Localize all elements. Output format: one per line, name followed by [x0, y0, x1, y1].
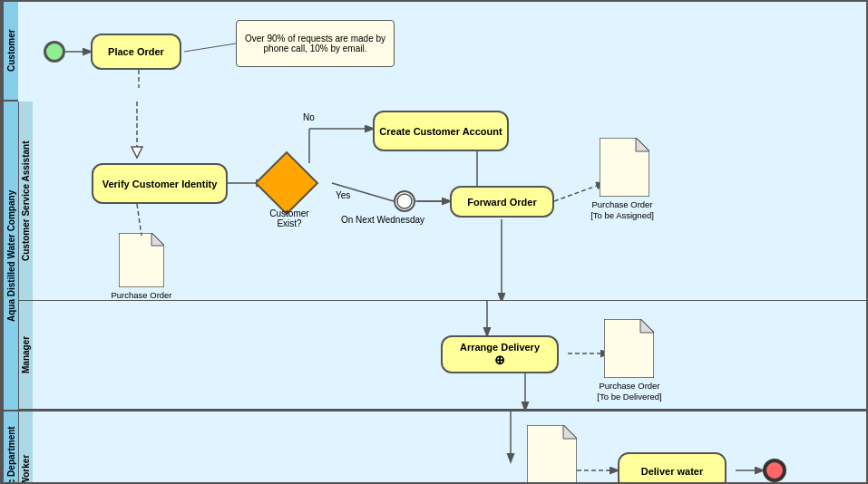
worker-svg	[33, 411, 866, 484]
verify-identity-node: Verify Customer Identity	[92, 163, 228, 204]
customer-lane-label: Customer	[2, 2, 18, 100]
csa-lane-content: Verify Customer Identity Customer Exist?…	[33, 102, 866, 300]
svg-marker-25	[640, 319, 654, 333]
csa-lane: Customer Service Assistant	[18, 102, 866, 301]
worker-lane-label: Worker	[18, 411, 33, 484]
po-deliver-doc	[604, 319, 654, 380]
svg-marker-19	[151, 233, 164, 246]
po-completed-doc	[527, 425, 577, 484]
worker-lane-content: Purchase Order[Completed] Deliver water	[33, 411, 866, 484]
po-to-assign-doc	[600, 138, 649, 198]
start-event	[44, 41, 65, 63]
yes-label: Yes	[336, 190, 350, 200]
place-order-node: Place Order	[91, 34, 181, 70]
forward-order-node: Forward Order	[450, 186, 554, 218]
customer-lane: Customer	[2, 2, 866, 102]
diagram-container: Customer	[0, 0, 868, 484]
arrange-delivery-node: Arrange Delivery ⊕	[441, 335, 559, 373]
no-label: No	[303, 112, 315, 122]
csa-lane-label: Customer Service Assistant	[18, 102, 33, 300]
plus-icon: ⊕	[494, 353, 505, 367]
callout-note: Over 90% of requests are made by phone c…	[236, 20, 395, 67]
svg-point-15	[397, 194, 412, 208]
customer-lane-content: Place Order Over 90% of requests are mad…	[18, 2, 866, 102]
svg-marker-4	[132, 147, 142, 158]
po-deliver-label: Purchase Order[To be Delivered]	[593, 381, 666, 403]
create-account-node: Create Customer Account	[373, 111, 509, 151]
svg-line-20	[137, 204, 141, 236]
diamond-node	[264, 160, 309, 206]
diamond-label: Customer Exist?	[258, 208, 321, 228]
po-create-doc	[119, 233, 164, 289]
inner-lanes: Customer Service Assistant	[18, 102, 866, 410]
worker-lanes: Worker	[18, 411, 866, 484]
end-event	[763, 459, 786, 482]
svg-line-12	[554, 183, 604, 201]
intermediate-event	[394, 190, 415, 214]
manager-lane-content: Arrange Delivery ⊕ Purchase Order[To be …	[33, 301, 866, 409]
svg-marker-17	[636, 138, 649, 151]
deliver-water-node: Deliver water	[618, 452, 727, 484]
svg-marker-30	[563, 425, 577, 439]
manager-lane: Manager	[18, 301, 866, 410]
aqua-outer-label: Aqua Distilled Water Company	[2, 102, 18, 410]
worker-lane: Worker	[18, 411, 866, 484]
manager-lane-label: Manager	[18, 301, 33, 409]
middle-section: Aqua Distilled Water Company Customer Se…	[2, 102, 866, 411]
next-wednesday-label: On Next Wednesday	[341, 215, 424, 225]
logistic-outer-label: Logistic Department	[2, 411, 18, 484]
po-to-assign-label: Purchase Order[To be Assigned]	[586, 199, 658, 222]
logistic-section: Logistic Department Worker	[2, 411, 866, 484]
